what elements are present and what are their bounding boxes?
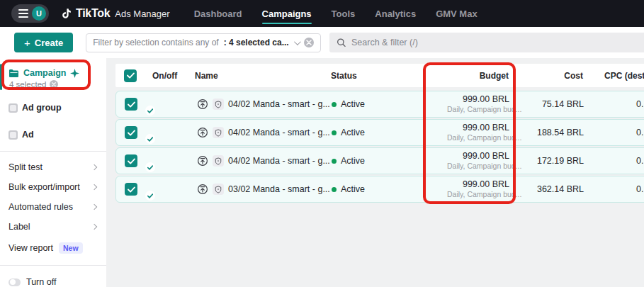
cost-cell: 75.14 BRL — [509, 99, 584, 109]
selected-count-label: 4 selected — [9, 80, 46, 89]
sidebar-item-turn-off[interactable]: Turn off — [0, 271, 106, 287]
sidebar: Campaign 4 selected Ad group Ad — [0, 58, 106, 287]
folder-icon — [9, 69, 19, 78]
plus-icon: + — [24, 38, 30, 48]
shield-badge-icon — [213, 155, 224, 167]
row-checkbox[interactable] — [125, 126, 137, 139]
cost-cell: 362.14 BRL — [509, 184, 584, 194]
sidebar-item-bulk-export-import[interactable]: Bulk export/import — [0, 177, 106, 197]
search-input[interactable] — [351, 38, 637, 47]
row-checkbox[interactable] — [125, 183, 137, 196]
table-row[interactable]: 04/02 Manda - smart - g... Active 999.00… — [115, 119, 644, 146]
campaign-name[interactable]: 04/02 Manda - smart - g... — [228, 156, 330, 166]
quick-add-sparkle-icon[interactable] — [70, 69, 79, 78]
account-menu-pill[interactable]: U — [11, 4, 49, 23]
budget-type: Daily, Campaign bud... — [447, 162, 509, 171]
brand-name: TikTok — [76, 7, 110, 20]
sidebar-item-automated-rules[interactable]: Automated rules — [0, 197, 106, 217]
cost-cell: 172.19 BRL — [509, 156, 584, 166]
clear-selection-icon[interactable] — [50, 80, 58, 89]
header-cpc[interactable]: CPC (desti — [583, 71, 644, 81]
campaign-name[interactable]: 04/02 Manda - smart - g... — [228, 128, 330, 137]
ad-group-icon — [9, 103, 18, 113]
cpc-cell: 0. — [584, 184, 644, 194]
budget-type: Daily, Campaign bud... — [447, 190, 509, 199]
boost-icon — [197, 155, 208, 167]
shield-badge-icon — [213, 127, 224, 138]
shield-badge-icon — [213, 99, 224, 110]
budget-type: Daily, Campaign bud... — [447, 133, 509, 142]
boost-icon — [197, 184, 208, 195]
sidebar-divider — [0, 265, 106, 266]
row-checkbox[interactable] — [125, 154, 137, 167]
turn-off-label: Turn off — [26, 277, 56, 287]
table-row[interactable]: 03/02 Manda - smart - g... Active 999.00… — [115, 176, 644, 203]
campaign-table-area: On/off Name Status Budget Cost CPC (dest… — [106, 58, 644, 287]
nav-tools[interactable]: Tools — [332, 0, 356, 27]
sidebar-item-view-report[interactable]: View report New — [0, 237, 106, 259]
automated-rules-label: Automated rules — [9, 202, 73, 212]
brand-suffix: Ads Manager — [115, 9, 169, 19]
nav-dashboard[interactable]: Dashboard — [194, 0, 242, 27]
budget-cell[interactable]: 999.00 BRLDaily, Campaign bud... — [447, 123, 509, 143]
status-dot — [332, 102, 337, 107]
nav-analytics[interactable]: Analytics — [375, 0, 416, 27]
campaign-name[interactable]: 03/02 Manda - smart - g... — [228, 184, 330, 194]
sidebar-divider — [0, 151, 106, 152]
sidebar-item-campaign[interactable]: Campaign 4 selected — [0, 62, 106, 91]
budget-cell[interactable]: 999.00 BRLDaily, Campaign bud... — [447, 151, 509, 171]
sidebar-item-ad-group[interactable]: Ad group — [0, 97, 106, 118]
boost-icon — [197, 127, 208, 138]
cpc-cell: 0. — [584, 156, 644, 166]
search-bar[interactable] — [329, 33, 644, 52]
tiktok-logo: TikTok Ads Manager — [60, 7, 170, 20]
header-onoff[interactable]: On/off — [147, 71, 195, 81]
header-name[interactable]: Name — [195, 71, 331, 81]
top-navigation-bar: U TikTok Ads Manager Dashboard Campaigns… — [0, 0, 644, 27]
bulk-export-import-label: Bulk export/import — [9, 182, 80, 192]
budget-value: 999.00 BRL — [447, 123, 509, 134]
table-row[interactable]: 04/02 Manda - smart - g... Active 999.00… — [115, 147, 644, 174]
nav-gmv-max[interactable]: GMV Max — [436, 0, 478, 27]
select-all-checkbox[interactable] — [124, 69, 137, 82]
sidebar-item-ad[interactable]: Ad — [0, 124, 106, 145]
selected-indicator — [0, 64, 2, 90]
budget-cell[interactable]: 999.00 BRLDaily, Campaign bud... — [447, 94, 509, 115]
sidebar-item-split-test[interactable]: Split test — [0, 157, 106, 177]
chevron-down-icon[interactable] — [294, 38, 301, 45]
table-header-row: On/off Name Status Budget Cost CPC (dest… — [115, 64, 644, 87]
filter-toolbar: + Create Filter by selection contains an… — [0, 27, 644, 58]
chevron-right-icon — [91, 204, 97, 210]
cost-cell: 188.54 BRL — [509, 128, 584, 137]
clear-filter-icon[interactable] — [304, 38, 314, 47]
status-dot — [332, 159, 337, 164]
status-label: Active — [341, 156, 365, 166]
new-badge: New — [59, 242, 83, 254]
hamburger-menu-icon[interactable] — [18, 9, 28, 18]
filter-value: : 4 selected ca... — [224, 38, 289, 47]
header-budget[interactable]: Budget — [446, 71, 509, 81]
sidebar-ad-label: Ad — [22, 130, 34, 140]
selection-filter-chip[interactable]: Filter by selection contains any of : 4 … — [86, 33, 320, 52]
status-dot — [332, 130, 337, 135]
sidebar-item-label[interactable]: Label — [0, 217, 106, 237]
chevron-right-icon — [91, 184, 97, 190]
row-checkbox[interactable] — [125, 98, 137, 111]
status-label: Active — [341, 184, 365, 194]
table-row[interactable]: 04/02 Manda - smart - g... Active 999.00… — [115, 91, 644, 118]
create-button[interactable]: + Create — [14, 33, 73, 52]
sidebar-campaign-label: Campaign — [23, 68, 66, 78]
campaign-name[interactable]: 04/02 Manda - smart - g... — [228, 99, 330, 109]
status-label: Active — [341, 128, 365, 137]
toggle-off-icon — [9, 278, 21, 286]
chevron-right-icon — [91, 164, 97, 170]
header-status[interactable]: Status — [331, 71, 446, 81]
chevron-right-icon — [91, 224, 97, 230]
avatar[interactable]: U — [32, 6, 46, 21]
header-cost[interactable]: Cost — [509, 71, 583, 81]
nav-campaigns[interactable]: Campaigns — [262, 0, 312, 27]
tiktok-note-icon — [60, 7, 73, 20]
budget-cell[interactable]: 999.00 BRLDaily, Campaign bud... — [447, 179, 509, 200]
filter-label: Filter by selection contains any of — [93, 38, 218, 47]
cpc-cell: 0. — [584, 128, 644, 137]
